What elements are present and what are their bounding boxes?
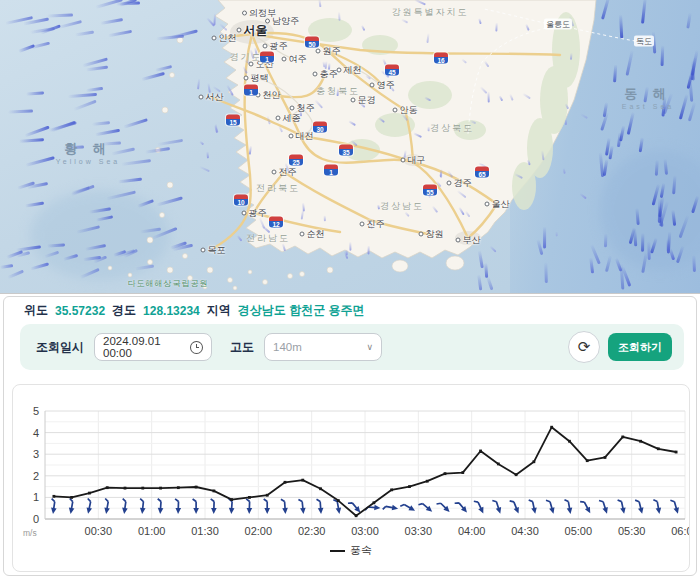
sea-name-ko: 황 해: [56, 140, 120, 158]
data-point: [106, 486, 109, 489]
expressway-shield-icon: 10: [234, 195, 248, 206]
city-marker-icon: [456, 238, 461, 243]
wind-direction-barb-icon: [383, 503, 399, 512]
expressway-shield-icon: 45: [385, 65, 399, 76]
data-point: [124, 487, 127, 490]
map-city-label: 광주: [242, 207, 267, 220]
data-point: [515, 473, 518, 476]
wind-direction-barb-icon: [210, 499, 217, 514]
data-point: [568, 440, 571, 443]
clock-icon[interactable]: [190, 341, 203, 354]
search-button[interactable]: 조회하기: [608, 333, 672, 361]
city-marker-icon: [265, 19, 270, 24]
map-province-label: 경상남도: [380, 200, 424, 213]
city-name: 서산: [206, 91, 224, 104]
y-tick-label: 0: [33, 513, 39, 525]
altitude-select[interactable]: 140m ∨: [264, 333, 382, 361]
x-tick-label: 06:00: [671, 525, 689, 537]
data-point: [88, 492, 91, 495]
region-label: 지역: [207, 302, 231, 319]
data-point: [159, 487, 162, 490]
wind-direction-barb-icon: [67, 499, 76, 515]
y-tick-label: 2: [33, 470, 39, 482]
wind-direction-barb-icon: [246, 499, 253, 514]
data-point: [444, 472, 447, 475]
x-tick-label: 01:00: [138, 525, 166, 537]
map-province-label: 경상북도: [430, 122, 474, 135]
y-tick-label: 3: [33, 448, 39, 460]
refresh-button[interactable]: ⟳: [568, 331, 600, 363]
sea-name-label: 황 해Yellow Sea: [56, 140, 120, 165]
barb-head: [211, 508, 217, 514]
map-city-label: 대전: [289, 130, 314, 143]
data-point: [52, 495, 55, 498]
map-city-label: 창원: [419, 228, 444, 241]
city-name: 충주: [320, 68, 338, 81]
city-marker-icon: [237, 28, 242, 33]
query-control-bar: 조회일시 2024.09.01 00:00 고도 140m ∨ ⟳ 조회하기: [20, 324, 684, 370]
map-province-label: 전라남도: [246, 232, 290, 245]
data-point: [337, 499, 340, 502]
city-name: 순천: [307, 228, 325, 241]
city-name: 여주: [289, 53, 307, 66]
map-city-label: 문경: [351, 94, 376, 107]
x-tick-label: 01:30: [191, 525, 219, 537]
map-city-label: 남양주: [265, 15, 299, 28]
sea-name-en: East Sea: [622, 103, 674, 110]
expressway-shield-icon: 1: [324, 165, 338, 176]
data-point: [497, 463, 500, 466]
map-city-label: 원주: [316, 45, 341, 58]
x-tick-label: 02:30: [298, 525, 326, 537]
expressway-shield-icon: 65: [475, 167, 489, 178]
city-marker-icon: [300, 232, 305, 237]
city-marker-icon: [419, 232, 424, 237]
city-marker-icon: [242, 211, 247, 216]
x-tick-label: 05:00: [565, 525, 593, 537]
map-city-label: 서울: [237, 22, 268, 39]
city-marker-icon: [263, 44, 268, 49]
wind-direction-barb-icon: [121, 499, 129, 515]
legend-line-marker: [330, 550, 345, 552]
barb-head: [228, 508, 234, 514]
wind-speed-chart: 01234500:3001:0001:3002:0002:3003:0003:3…: [12, 384, 690, 572]
x-tick-label: 05:30: [618, 525, 646, 537]
datetime-input[interactable]: 2024.09.01 00:00: [94, 333, 212, 361]
wind-map[interactable]: 경기도강원특별자치도충청북도경상북도전라북도전라남도경상남도서울인천의정부남양주…: [0, 0, 700, 293]
barb-head: [264, 508, 270, 514]
city-name: 안동: [400, 104, 418, 117]
wind-forecast-app: 경기도강원특별자치도충청북도경상북도전라북도전라남도경상남도서울인천의정부남양주…: [0, 0, 700, 578]
datetime-value: 2024.09.01 00:00: [103, 335, 190, 359]
wind-direction-barb-icon: [455, 499, 469, 515]
data-point: [408, 485, 411, 488]
wind-direction-barb-icon: [618, 499, 627, 515]
barb-head: [374, 505, 380, 511]
map-province-label: 강원특별자치도: [392, 6, 469, 19]
barb-staff: [400, 503, 411, 511]
city-name: 광주: [270, 40, 288, 53]
wind-direction-barb-icon: [103, 499, 112, 515]
wind-direction-barb-icon: [474, 499, 486, 515]
island-name-label: 독도: [634, 36, 654, 47]
data-point: [284, 481, 287, 484]
wind-direction-barb-icon: [175, 499, 182, 514]
data-point: [639, 440, 642, 443]
wind-direction-barb-icon: [418, 500, 434, 514]
city-name: 인천: [219, 32, 237, 45]
city-marker-icon: [201, 248, 206, 253]
expressway-shield-icon: 30: [313, 122, 327, 133]
city-marker-icon: [313, 72, 318, 77]
wind-direction-barb-icon: [228, 499, 235, 514]
refresh-icon: ⟳: [578, 338, 591, 356]
map-city-label: 천안: [256, 89, 281, 102]
x-tick-label: 03:30: [405, 525, 433, 537]
city-marker-icon: [337, 68, 342, 73]
data-point: [141, 487, 144, 490]
data-point: [177, 486, 180, 489]
data-point: [248, 496, 251, 499]
map-city-label: 경주: [447, 177, 472, 190]
expressway-shield-icon: 1: [260, 52, 274, 63]
altitude-label: 고도: [230, 339, 254, 356]
data-point: [390, 488, 393, 491]
city-name: 서울: [244, 22, 268, 39]
sea-name-label: 동 해East Sea: [622, 85, 674, 110]
